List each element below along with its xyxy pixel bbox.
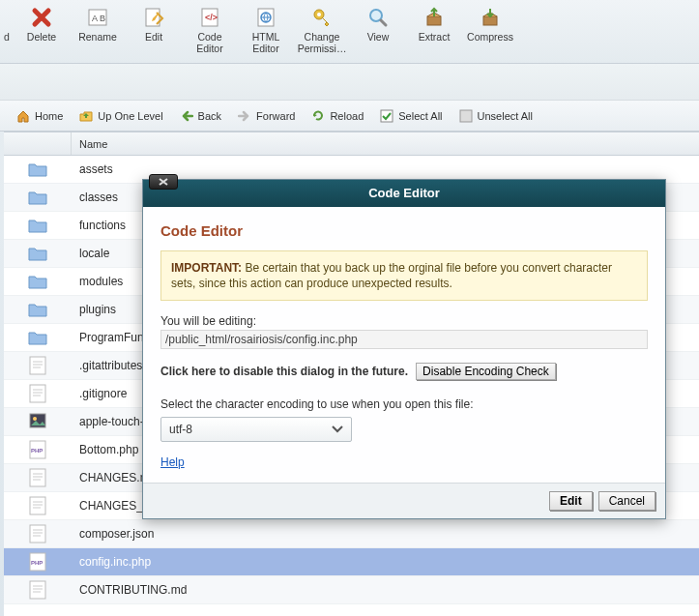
selectall-label: Select All [398,110,442,122]
help-link[interactable]: Help [160,455,185,469]
select-all-button[interactable]: Select All [373,106,448,126]
col-icon-header[interactable] [4,132,72,155]
toolbar-label: CodeEditor [196,31,222,54]
cancel-button[interactable]: Cancel [598,491,655,511]
file-row[interactable]: PHPconfig.inc.php [4,548,699,576]
file-icon [4,330,72,345]
svg-text:PHP: PHP [31,560,43,566]
reload-label: Reload [330,110,364,122]
editing-label: You will be editing: [160,314,648,328]
file-icon: PHP [4,440,72,459]
back-label: Back [198,110,221,122]
home-label: Home [35,110,63,122]
navigation-bar: Home Up One Level Back Forward Reload Se… [0,101,699,132]
file-name: composer.json [72,527,699,541]
up-label: Up One Level [98,110,162,122]
unselectall-icon [458,108,474,124]
svg-text:A B: A B [92,14,105,23]
svg-text:PHP: PHP [31,448,43,454]
svg-text:</>: </> [205,13,218,22]
toolbar-item-compress[interactable]: Compress [462,4,518,63]
encoding-select[interactable]: utf-8 [160,417,352,442]
toolbar-item-cut[interactable]: d [0,4,14,63]
extract-icon [423,6,445,29]
toolbar-item-rename[interactable]: A BRename [70,4,126,63]
file-row[interactable]: CONTRIBUTING.md [4,576,699,604]
view-icon [367,6,389,29]
back-button[interactable]: Back [173,106,227,126]
file-icon [4,496,72,515]
file-icon [4,218,72,233]
perm-icon [311,6,333,29]
toolbar-item-code[interactable]: </>CodeEditor [182,4,238,63]
file-icon [4,302,72,317]
file-icon: PHP [4,552,72,572]
file-icon [4,356,72,375]
toolbar-label: Edit [145,31,162,43]
code-icon: </> [199,6,220,29]
encoding-value: utf-8 [169,423,192,436]
dialog-titlebar: Code Editor [143,180,665,207]
svg-rect-21 [30,497,45,514]
edit-icon [143,6,164,29]
selectall-icon [379,108,394,124]
col-name-header[interactable]: Name [72,138,699,150]
file-row[interactable]: composer.json [4,520,699,548]
reload-icon [310,108,326,124]
rename-icon: A B [87,6,108,29]
dialog-body: Code Editor IMPORTANT: Be certain that y… [143,207,665,483]
warning-box: IMPORTANT: Be certain that you back up t… [160,250,648,301]
code-editor-dialog: Code Editor Code Editor IMPORTANT: Be ce… [142,179,666,519]
file-icon [4,524,72,543]
encoding-label: Select the character encoding to use whe… [160,397,648,411]
file-icon [4,580,72,600]
file-icon [4,161,72,177]
up-icon [78,108,94,124]
dialog-footer: Edit Cancel [143,483,665,518]
toolbar-item-edit[interactable]: Edit [126,4,182,63]
forward-icon [237,108,252,124]
svg-rect-12 [381,110,393,122]
svg-rect-22 [30,525,45,543]
toolbar-spacer [0,64,699,101]
svg-point-8 [317,13,321,16]
toolbar-item-extract[interactable]: Extract [406,4,462,63]
edit-button[interactable]: Edit [549,491,593,511]
toolbar-label: Compress [467,31,513,43]
disable-encoding-button[interactable]: Disable Encoding Check [416,363,556,380]
svg-rect-14 [30,357,45,374]
toolbar-item-html[interactable]: HTMLEditor [238,4,294,63]
forward-label: Forward [256,110,295,122]
back-icon [179,108,194,124]
disable-text: Click here to disable this dialog in the… [160,365,408,378]
file-icon [4,384,72,403]
dialog-title: Code Editor [368,186,440,200]
file-icon [4,274,72,289]
file-name: CONTRIBUTING.md [72,583,699,597]
svg-rect-13 [460,110,472,122]
list-header: Name [4,132,699,156]
up-one-level-button[interactable]: Up One Level [73,106,168,126]
toolbar-label: View [367,31,390,43]
unselect-all-button[interactable]: Unselect All [452,106,539,126]
toolbar-item-delete[interactable]: Delete [14,4,70,63]
svg-rect-10 [427,16,441,25]
unselectall-label: Unselect All [478,110,533,122]
file-icon [4,468,72,487]
home-button[interactable]: Home [10,106,69,126]
editing-path: /public_html/rosairiosis/config.inc.php [160,330,648,349]
close-button[interactable] [149,174,178,190]
file-icon [4,190,72,205]
toolbar-item-perm[interactable]: ChangePermissi… [294,4,350,63]
home-icon [15,108,31,124]
delete-icon [31,6,52,29]
svg-rect-25 [30,581,45,599]
toolbar-item-view[interactable]: View [350,4,406,63]
svg-rect-15 [30,385,45,402]
toolbar-label: ChangePermissi… [298,31,347,54]
svg-rect-20 [30,469,45,486]
chevron-down-icon [332,425,343,433]
reload-button[interactable]: Reload [305,106,369,126]
dialog-subtitle: Code Editor [160,222,648,239]
forward-button[interactable]: Forward [231,106,301,126]
